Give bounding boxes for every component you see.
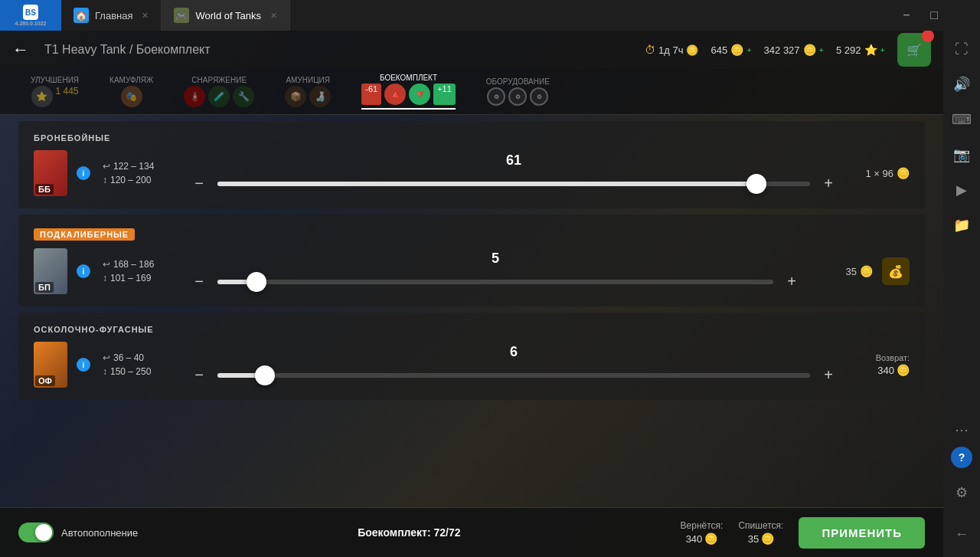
bb-stats: ↩ 122 – 134 ↕ 120 – 200	[103, 161, 179, 185]
bp-slider-thumb[interactable]	[247, 272, 266, 292]
bb-stat1-icon: ↩	[103, 161, 110, 172]
bb-slider-thumb[interactable]	[746, 174, 766, 194]
bp-info-button[interactable]: i	[77, 264, 90, 278]
bp-stat2-value: 101 – 169	[110, 273, 151, 283]
more-options-button[interactable]: ⋯	[945, 413, 978, 447]
tab-upgrades-label: УЛУЧШЕНИЯ	[31, 76, 79, 84]
bp-gold-buy-button[interactable]: 💰	[882, 257, 910, 285]
tab-home[interactable]: 🏠 Главная ✕	[61, 0, 162, 31]
shop-button[interactable]: 🛒	[897, 33, 931, 67]
minimize-button[interactable]: −	[894, 3, 919, 28]
of-minus-button[interactable]: −	[188, 365, 210, 386]
settings-button[interactable]: ⚙	[945, 476, 978, 509]
fullscreen-button[interactable]: ⛶	[945, 32, 978, 66]
shop-badge	[922, 30, 934, 42]
keyboard-button[interactable]: ⌨	[945, 103, 978, 136]
bb-price-value: 1 × 96	[865, 168, 893, 179]
back-button[interactable]: ←	[12, 40, 29, 60]
bp-slider-row: − +	[188, 271, 802, 293]
of-slider-thumb[interactable]	[255, 365, 275, 385]
tab-gear-icons: ⚙ ⚙ ⚙	[487, 87, 548, 106]
tab-ammo[interactable]: БОЕКОМПЛЕКТ -61 🔺 🔻 +11	[361, 74, 456, 110]
bp-price-icon: 🪙	[860, 265, 873, 277]
tab-wot[interactable]: 🎮 World of Tanks ✕	[162, 0, 290, 31]
bp-minus-button[interactable]: −	[188, 271, 210, 293]
upgrades-value: 1 445	[56, 86, 79, 107]
breadcrumb-tank: T1 Heavy Tank	[44, 43, 126, 56]
return-block: Вернётся: 340 🪙	[681, 520, 724, 545]
auto-toggle-switch[interactable]	[18, 523, 54, 542]
ammo-total: Боекомплект: 72/72	[153, 526, 665, 539]
bb-slider-track[interactable]	[217, 182, 810, 186]
of-refund-label: Возврат:	[876, 353, 910, 362]
of-ammo-row: ОФ i ↩ 36 – 40 ↕ 150 – 250 6	[34, 342, 910, 388]
video-button[interactable]: ▶	[945, 173, 978, 207]
volume-button[interactable]: 🔊	[945, 67, 978, 101]
help-button[interactable]: ?	[951, 447, 972, 468]
currency1-value: 645	[710, 44, 727, 56]
of-stat-1: ↩ 36 – 40	[103, 352, 179, 363]
of-stat2-value: 150 – 250	[110, 366, 151, 377]
tab-ammo-label: БОЕКОМПЛЕКТ	[380, 74, 437, 82]
ammo-current: 72	[434, 526, 446, 539]
of-info-button[interactable]: i	[77, 358, 90, 372]
return-value: 340 🪙	[686, 532, 718, 545]
camo-icon: 🎭	[121, 86, 142, 107]
tab-ammo-supply[interactable]: АМУНИЦИЯ 📦 🍶	[285, 76, 331, 107]
currency2-value: 342 327	[764, 44, 800, 56]
bp-stat1-icon: ↩	[103, 259, 110, 270]
of-slider-area: 6 − +	[188, 344, 839, 386]
tab-home-label: Главная	[95, 10, 132, 21]
bp-type-label: ПОДКАЛИБЕРНЫЕ	[34, 228, 135, 241]
bb-name-badge: ББ	[35, 184, 54, 195]
currency2-plus: +	[819, 45, 824, 54]
of-refund-coin: 🪙	[897, 364, 910, 376]
of-plus-button[interactable]: +	[818, 365, 839, 386]
apply-button[interactable]: ПРИМЕНИТЬ	[799, 517, 925, 549]
bb-stat2-value: 120 – 200	[110, 175, 151, 185]
ammo-max: 72	[449, 526, 461, 539]
provision-icon3: 🔧	[233, 86, 254, 107]
ammo-total-value: 72/72	[434, 526, 461, 539]
bb-count: 61	[506, 152, 521, 169]
bp-ammo-row: БП i ↩ 168 – 186 ↕ 101 – 169 5	[34, 248, 910, 294]
bp-slider-track[interactable]	[217, 280, 773, 284]
bp-name-badge: БП	[35, 282, 54, 293]
bb-info-button[interactable]: i	[77, 166, 90, 180]
ammo-section-bp: ПОДКАЛИБЕРНЫЕ БП i ↩ 168 – 186 ↕ 101 – 1…	[18, 215, 925, 306]
tab-camo[interactable]: КАМУФЛЯЖ 🎭	[109, 76, 153, 107]
tab-gear[interactable]: ОБОРУДОВАНИЕ ⚙ ⚙ ⚙	[486, 77, 550, 106]
folder-button[interactable]: 📁	[945, 208, 978, 242]
tab-home-close[interactable]: ✕	[142, 11, 149, 21]
bp-stat1-value: 168 – 186	[113, 259, 154, 270]
tab-upgrades[interactable]: УЛУЧШЕНИЯ ⭐ 1 445	[31, 76, 79, 107]
bb-info-icon: i	[83, 169, 85, 178]
tab-wot-close[interactable]: ✕	[270, 11, 277, 21]
provision-icon1: 🧯	[184, 86, 205, 107]
bp-price-value: 35	[846, 266, 857, 277]
currency1-icon: 🪙	[730, 44, 743, 56]
bp-plus-button[interactable]: +	[781, 271, 802, 293]
of-slider-track[interactable]	[217, 373, 810, 378]
provision-icon2: 🧪	[208, 86, 230, 107]
breadcrumb: T1 Heavy Tank / Боекомплект	[44, 43, 211, 57]
auto-toggle: Автопополнение	[18, 523, 138, 542]
timer-coin-icon: 🪙	[686, 44, 698, 56]
tab-provision[interactable]: СНАРЯЖЕНИЕ 🧯 🧪 🔧	[184, 76, 254, 107]
top-nav: ← T1 Heavy Tank / Боекомплект ⏱ 1д 7ч 🪙 …	[0, 31, 943, 69]
bs-icon: BS	[23, 5, 38, 20]
main-content: ← T1 Heavy Tank / Боекомплект ⏱ 1д 7ч 🪙 …	[0, 31, 943, 557]
bb-bullet-image: ББ	[34, 150, 67, 196]
screenshot-button[interactable]: 📷	[945, 138, 978, 172]
gear-icon-3: ⚙	[530, 87, 548, 106]
of-name-badge: ОФ	[35, 375, 55, 386]
bb-plus-button[interactable]: +	[818, 173, 839, 195]
of-slider-row: − +	[188, 365, 839, 386]
bluestacks-logo: BS 4.280.0.1022	[0, 0, 61, 31]
sidebar-back-button[interactable]: ←	[945, 517, 978, 551]
bp-count: 5	[492, 251, 499, 267]
bb-minus-button[interactable]: −	[188, 173, 210, 195]
of-stat1-icon: ↩	[103, 352, 110, 363]
of-refund-amount: 340	[877, 365, 894, 376]
gear-icon-1: ⚙	[487, 87, 505, 106]
